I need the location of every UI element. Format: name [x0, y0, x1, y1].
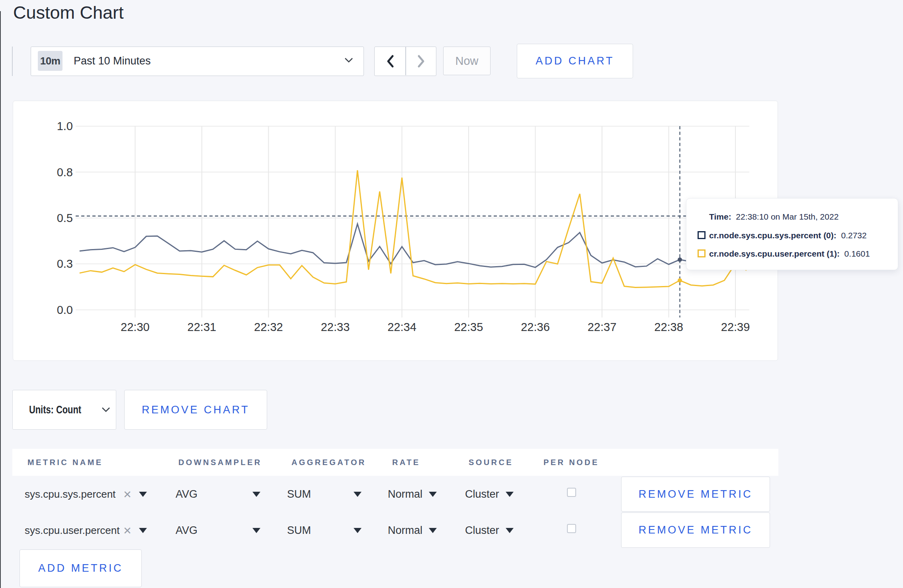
svg-text:1.0: 1.0: [57, 120, 73, 132]
svg-text:22:37: 22:37: [588, 321, 617, 333]
svg-text:22:39: 22:39: [721, 321, 750, 333]
svg-text:22:36: 22:36: [521, 321, 550, 333]
svg-text:0.5: 0.5: [57, 212, 73, 224]
svg-text:0.8: 0.8: [57, 166, 73, 179]
svg-text:0.0: 0.0: [57, 304, 73, 316]
svg-text:22:30: 22:30: [121, 321, 150, 333]
svg-text:22:31: 22:31: [188, 321, 217, 333]
svg-text:22:33: 22:33: [321, 321, 350, 333]
svg-text:22:35: 22:35: [454, 321, 483, 333]
svg-text:0.3: 0.3: [57, 257, 73, 270]
svg-text:22:38: 22:38: [654, 321, 683, 333]
svg-text:22:34: 22:34: [387, 321, 416, 333]
svg-text:22:32: 22:32: [254, 321, 283, 333]
